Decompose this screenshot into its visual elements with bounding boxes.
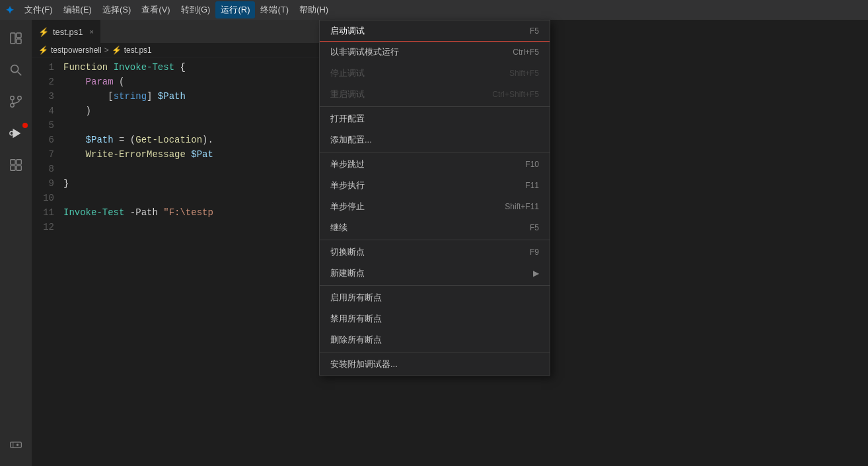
svg-rect-1 [17,33,21,38]
menubar: ✦ 文件(F) 编辑(E) 选择(S) 查看(V) 转到(G) 运行(R) 终端… [0,0,868,20]
menu-step-over-shortcut: F10 [525,160,539,169]
sep-3 [320,240,550,240]
menu-help[interactable]: 帮助(H) [294,1,334,18]
ln-7: 7 [32,147,54,162]
svg-marker-9 [13,129,20,139]
menu-run-no-debug-label: 以非调试模式运行 [330,46,399,58]
svg-rect-14 [17,166,21,170]
menu-new-breakpoint-arrow: ▶ [533,269,539,278]
code-line-2: Param ( [63,75,346,89]
ln-6: 6 [32,133,54,147]
svg-rect-2 [17,39,21,44]
editor-area: ⚡ test.ps1 × ⚡ testpowershell > ⚡ test.p… [32,20,346,466]
menu-step-over[interactable]: 单步跳过 F10 [320,154,550,175]
activity-explorer[interactable] [0,22,32,54]
menu-run-no-debug[interactable]: 以非调试模式运行 Ctrl+F5 [320,42,550,63]
breadcrumb: ⚡ testpowershell > ⚡ test.ps1 [32,43,346,57]
breadcrumb-sep1: > [104,46,109,55]
breadcrumb-file[interactable]: test.ps1 [124,46,152,55]
vscode-logo: ✦ [5,4,14,17]
ln-3: 3 [32,89,54,104]
svg-rect-13 [11,166,15,170]
menu-step-out-label: 单步停止 [330,201,365,213]
sep-4 [320,285,550,286]
activity-remote[interactable] [0,429,32,461]
menu-delete-breakpoints[interactable]: 删除所有断点 [320,329,550,350]
tab-filename: test.ps1 [53,27,83,37]
menu-continue[interactable]: 继续 F5 [320,217,550,238]
code-line-4: ) [63,104,346,118]
svg-rect-0 [11,33,15,44]
code-line-6: $Path = (Get-Location). [63,133,346,147]
menu-install-debugger[interactable]: 安装附加调试器... [320,354,550,375]
line-numbers: 1 2 3 4 5 6 7 8 9 10 11 12 [32,60,61,466]
menu-step-into[interactable]: 单步执行 F11 [320,175,550,196]
menu-restart-debug-label: 重启调试 [330,88,365,100]
menu-step-into-label: 单步执行 [330,180,365,191]
sep-2 [320,152,550,152]
breadcrumb-icon: ⚡ [38,46,48,55]
svg-line-4 [18,72,22,76]
code-line-11: Invoke-Test -Path "F:\testp [63,205,346,220]
svg-rect-12 [17,160,21,164]
menu-stop-debug-shortcut: Shift+F5 [509,69,539,78]
activity-source-control[interactable] [0,86,32,117]
code-line-7: Write-ErrorMessage $Pat [63,147,346,162]
menu-goto[interactable]: 转到(G) [176,1,216,18]
activity-debug[interactable] [0,117,32,149]
menu-restart-debug[interactable]: 重启调试 Ctrl+Shift+F5 [320,84,550,105]
code-line-8 [63,162,346,176]
menu-delete-breakpoints-label: 删除所有断点 [330,334,382,346]
menu-enable-breakpoints-label: 启用所有断点 [330,292,382,304]
svg-point-17 [17,444,18,446]
menu-add-config[interactable]: 添加配置... [320,129,550,150]
menu-start-debug[interactable]: 启动调试 F5 [320,20,550,42]
menu-step-out[interactable]: 单步停止 Shift+F11 [320,196,550,217]
menu-open-config[interactable]: 打开配置 [320,108,550,129]
menu-toggle-breakpoint[interactable]: 切换断点 F9 [320,242,550,263]
menu-new-breakpoint-label: 新建断点 [330,267,365,279]
svg-rect-15 [11,442,22,448]
tab-file-icon: ⚡ [38,27,49,37]
menu-run[interactable]: 运行(R) [215,1,255,18]
menu-new-breakpoint[interactable]: 新建断点 ▶ [320,263,550,284]
ln-4: 4 [32,104,54,118]
activity-extensions[interactable] [0,149,32,181]
menu-file[interactable]: 文件(F) [19,1,58,18]
breadcrumb-icon2: ⚡ [112,46,122,55]
menu-run-no-debug-shortcut: Ctrl+F5 [513,48,539,57]
ln-5: 5 [32,118,54,133]
menu-disable-breakpoints-label: 禁用所有断点 [330,313,382,325]
code-editor: 1 2 3 4 5 6 7 8 9 10 11 12 Function Invo… [32,57,346,466]
editor-tab-test-ps1[interactable]: ⚡ test.ps1 × [32,20,100,43]
svg-point-7 [11,96,15,100]
activity-bar [0,20,32,466]
svg-point-5 [11,104,15,108]
menu-stop-debug[interactable]: 停止调试 Shift+F5 [320,63,550,84]
ln-2: 2 [32,75,54,89]
menu-add-config-label: 添加配置... [330,134,372,146]
code-line-1: Function Invoke-Test { [63,60,346,75]
menu-step-over-label: 单步跳过 [330,158,365,170]
menu-view[interactable]: 查看(V) [136,1,175,18]
code-line-3: [string] $Path [63,89,346,104]
code-content: Function Invoke-Test { Param ( [string] … [61,60,346,466]
ln-10: 10 [32,191,54,205]
menu-terminal[interactable]: 终端(T) [255,1,294,18]
svg-point-3 [11,65,18,73]
menu-toggle-breakpoint-label: 切换断点 [330,246,365,258]
menu-disable-breakpoints[interactable]: 禁用所有断点 [320,308,550,329]
code-line-10 [63,191,346,205]
ln-8: 8 [32,162,54,176]
activity-search[interactable] [0,54,32,86]
breadcrumb-folder[interactable]: testpowershell [51,46,102,55]
menu-select[interactable]: 选择(S) [97,1,136,18]
tab-close-button[interactable]: × [90,28,94,36]
menu-start-debug-label: 启动调试 [330,25,365,37]
menu-install-debugger-label: 安装附加调试器... [330,358,398,370]
svg-rect-11 [11,160,15,164]
menu-edit[interactable]: 编辑(E) [58,1,97,18]
run-menu: 启动调试 F5 以非调试模式运行 Ctrl+F5 停止调试 Shift+F5 重… [319,20,550,376]
menu-restart-debug-shortcut: Ctrl+Shift+F5 [492,90,539,99]
menu-enable-breakpoints[interactable]: 启用所有断点 [320,287,550,308]
